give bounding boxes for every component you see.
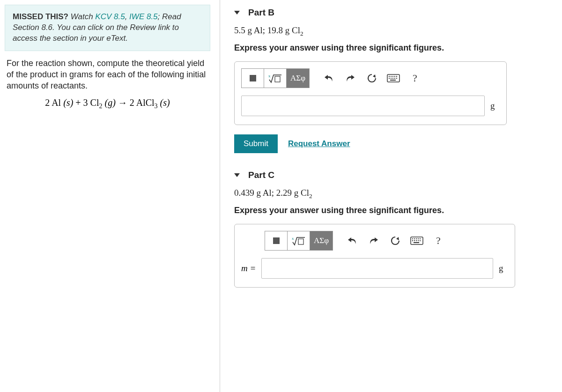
svg-rect-23 — [414, 240, 415, 241]
svg-rect-13 — [390, 80, 396, 81]
keyboard-icon[interactable] — [383, 69, 404, 88]
svg-rect-24 — [416, 240, 417, 241]
submit-button[interactable]: Submit — [234, 134, 278, 153]
svg-text:x: x — [292, 236, 294, 241]
svg-rect-15 — [298, 239, 303, 244]
svg-rect-20 — [418, 238, 419, 239]
svg-rect-5 — [392, 76, 393, 77]
iwe-link[interactable]: IWE 8.5 — [129, 12, 157, 21]
hint-box: MISSED THIS? Watch KCV 8.5, IWE 8.5; Rea… — [5, 5, 210, 51]
part-b-body: 5.5 g Al; 19.8 g Cl2 Express your answer… — [234, 21, 555, 167]
svg-rect-18 — [414, 238, 415, 239]
svg-rect-1 — [275, 76, 280, 82]
greek-button[interactable]: ΑΣφ — [310, 231, 333, 250]
svg-rect-22 — [412, 240, 413, 241]
hint-bold: MISSED THIS? — [13, 12, 68, 21]
svg-text:x: x — [268, 74, 271, 78]
greek-button[interactable]: ΑΣφ — [287, 69, 309, 88]
undo-icon[interactable] — [318, 69, 340, 88]
format-group: x ΑΣφ — [265, 231, 333, 251]
part-b-unit: g — [490, 101, 500, 111]
part-c-input-row: m = g — [241, 258, 508, 279]
format-group: x ΑΣφ — [241, 68, 310, 88]
part-c-var-label: m = — [241, 263, 256, 274]
part-b-instruction: Express your answer using three signific… — [234, 43, 555, 53]
reaction-equation: 2 Al (s) + 3 Cl2 (g) → 2 AlCl3 (s) — [5, 97, 210, 110]
left-column: MISSED THIS? Watch KCV 8.5, IWE 8.5; Rea… — [0, 0, 220, 392]
part-b-toolbar: x ΑΣφ ? — [241, 68, 500, 88]
part-b-answer-input[interactable] — [241, 96, 485, 116]
svg-rect-10 — [392, 78, 393, 79]
help-icon[interactable]: ? — [428, 231, 449, 250]
svg-rect-27 — [414, 242, 419, 243]
svg-rect-11 — [394, 78, 395, 79]
redo-icon[interactable] — [363, 231, 385, 250]
keyboard-icon[interactable] — [406, 231, 428, 250]
svg-rect-4 — [391, 76, 392, 77]
right-column: Part B 5.5 g Al; 19.8 g Cl2 Express your… — [220, 0, 562, 392]
part-b-header[interactable]: Part B — [234, 5, 555, 21]
part-c-toolbar: x ΑΣφ ? — [241, 231, 508, 251]
part-c-answer-box: x ΑΣφ ? m = — [234, 224, 515, 288]
svg-rect-25 — [418, 240, 419, 241]
part-c-body: 0.439 g Al; 2.29 g Cl2 Express your answ… — [234, 183, 555, 302]
svg-rect-17 — [412, 238, 413, 239]
svg-rect-7 — [396, 76, 397, 77]
svg-rect-26 — [420, 240, 421, 241]
kcv-link[interactable]: KCV 8.5 — [95, 12, 125, 21]
problem-text: For the reaction shown, compute the theo… — [7, 58, 208, 92]
redo-icon[interactable] — [340, 69, 361, 88]
svg-rect-19 — [416, 238, 417, 239]
svg-rect-12 — [396, 78, 397, 79]
reset-icon[interactable] — [385, 231, 406, 250]
part-c-header[interactable]: Part C — [234, 167, 555, 183]
template-icon[interactable] — [242, 69, 264, 88]
caret-down-icon — [234, 11, 240, 15]
root-icon[interactable]: x — [288, 231, 310, 250]
svg-rect-8 — [389, 78, 390, 79]
root-icon[interactable]: x — [264, 69, 287, 88]
part-c-unit: g — [499, 263, 508, 274]
part-c-instruction: Express your answer using three signific… — [234, 206, 555, 215]
part-b-title: Part B — [248, 7, 274, 18]
part-b-actions: Submit Request Answer — [234, 134, 555, 153]
part-b-given: 5.5 g Al; 19.8 g Cl2 — [234, 25, 555, 37]
svg-rect-9 — [391, 78, 392, 79]
template-icon[interactable] — [265, 231, 288, 250]
caret-down-icon — [234, 173, 240, 177]
help-icon[interactable]: ? — [404, 69, 426, 88]
request-answer-link[interactable]: Request Answer — [288, 139, 350, 148]
svg-rect-21 — [420, 238, 421, 239]
part-b-answer-box: x ΑΣφ ? — [234, 61, 507, 125]
part-c-given: 0.439 g Al; 2.29 g Cl2 — [234, 188, 555, 200]
svg-rect-6 — [394, 76, 395, 77]
svg-rect-3 — [389, 76, 390, 77]
part-b-input-row: g — [241, 96, 500, 116]
part-c-title: Part C — [248, 170, 274, 180]
part-c-answer-input[interactable] — [261, 258, 493, 279]
reset-icon[interactable] — [361, 69, 383, 88]
undo-icon[interactable] — [341, 231, 363, 250]
